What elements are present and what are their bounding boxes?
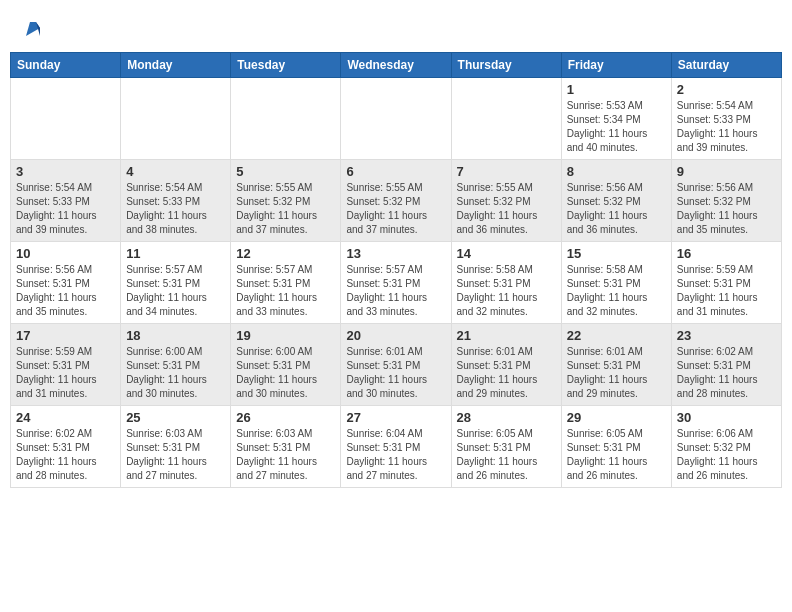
day-number: 9 <box>677 164 776 179</box>
day-info: Sunrise: 5:54 AMSunset: 5:33 PMDaylight:… <box>677 99 776 155</box>
calendar-cell: 26Sunrise: 6:03 AMSunset: 5:31 PMDayligh… <box>231 406 341 488</box>
calendar-cell <box>231 78 341 160</box>
day-number: 27 <box>346 410 445 425</box>
day-info: Sunrise: 5:57 AMSunset: 5:31 PMDaylight:… <box>346 263 445 319</box>
day-number: 5 <box>236 164 335 179</box>
weekday-header-saturday: Saturday <box>671 53 781 78</box>
day-info: Sunrise: 5:57 AMSunset: 5:31 PMDaylight:… <box>126 263 225 319</box>
calendar-cell: 8Sunrise: 5:56 AMSunset: 5:32 PMDaylight… <box>561 160 671 242</box>
day-info: Sunrise: 6:00 AMSunset: 5:31 PMDaylight:… <box>236 345 335 401</box>
day-info: Sunrise: 6:00 AMSunset: 5:31 PMDaylight:… <box>126 345 225 401</box>
day-info: Sunrise: 6:01 AMSunset: 5:31 PMDaylight:… <box>567 345 666 401</box>
calendar-cell: 29Sunrise: 6:05 AMSunset: 5:31 PMDayligh… <box>561 406 671 488</box>
day-number: 7 <box>457 164 556 179</box>
day-number: 22 <box>567 328 666 343</box>
logo-icon <box>22 18 44 40</box>
weekday-header-sunday: Sunday <box>11 53 121 78</box>
calendar-cell: 4Sunrise: 5:54 AMSunset: 5:33 PMDaylight… <box>121 160 231 242</box>
day-info: Sunrise: 6:03 AMSunset: 5:31 PMDaylight:… <box>236 427 335 483</box>
day-number: 18 <box>126 328 225 343</box>
day-info: Sunrise: 6:06 AMSunset: 5:32 PMDaylight:… <box>677 427 776 483</box>
day-info: Sunrise: 6:02 AMSunset: 5:31 PMDaylight:… <box>677 345 776 401</box>
day-info: Sunrise: 6:03 AMSunset: 5:31 PMDaylight:… <box>126 427 225 483</box>
calendar-cell <box>341 78 451 160</box>
day-info: Sunrise: 6:02 AMSunset: 5:31 PMDaylight:… <box>16 427 115 483</box>
day-info: Sunrise: 6:01 AMSunset: 5:31 PMDaylight:… <box>457 345 556 401</box>
calendar-cell: 3Sunrise: 5:54 AMSunset: 5:33 PMDaylight… <box>11 160 121 242</box>
calendar-cell: 21Sunrise: 6:01 AMSunset: 5:31 PMDayligh… <box>451 324 561 406</box>
logo <box>20 18 44 44</box>
calendar-cell: 1Sunrise: 5:53 AMSunset: 5:34 PMDaylight… <box>561 78 671 160</box>
calendar-table: SundayMondayTuesdayWednesdayThursdayFrid… <box>10 52 782 488</box>
day-info: Sunrise: 5:56 AMSunset: 5:32 PMDaylight:… <box>567 181 666 237</box>
calendar-cell <box>11 78 121 160</box>
day-info: Sunrise: 5:58 AMSunset: 5:31 PMDaylight:… <box>567 263 666 319</box>
calendar-cell: 14Sunrise: 5:58 AMSunset: 5:31 PMDayligh… <box>451 242 561 324</box>
calendar-cell: 6Sunrise: 5:55 AMSunset: 5:32 PMDaylight… <box>341 160 451 242</box>
weekday-header-friday: Friday <box>561 53 671 78</box>
day-info: Sunrise: 5:54 AMSunset: 5:33 PMDaylight:… <box>126 181 225 237</box>
day-number: 28 <box>457 410 556 425</box>
day-info: Sunrise: 5:55 AMSunset: 5:32 PMDaylight:… <box>236 181 335 237</box>
day-number: 25 <box>126 410 225 425</box>
day-info: Sunrise: 5:56 AMSunset: 5:31 PMDaylight:… <box>16 263 115 319</box>
calendar-week-row: 1Sunrise: 5:53 AMSunset: 5:34 PMDaylight… <box>11 78 782 160</box>
weekday-header-thursday: Thursday <box>451 53 561 78</box>
day-info: Sunrise: 5:56 AMSunset: 5:32 PMDaylight:… <box>677 181 776 237</box>
day-number: 2 <box>677 82 776 97</box>
weekday-header-wednesday: Wednesday <box>341 53 451 78</box>
day-info: Sunrise: 5:59 AMSunset: 5:31 PMDaylight:… <box>16 345 115 401</box>
day-number: 10 <box>16 246 115 261</box>
calendar-cell: 18Sunrise: 6:00 AMSunset: 5:31 PMDayligh… <box>121 324 231 406</box>
calendar-cell: 20Sunrise: 6:01 AMSunset: 5:31 PMDayligh… <box>341 324 451 406</box>
calendar-week-row: 17Sunrise: 5:59 AMSunset: 5:31 PMDayligh… <box>11 324 782 406</box>
day-number: 11 <box>126 246 225 261</box>
day-number: 12 <box>236 246 335 261</box>
day-info: Sunrise: 5:59 AMSunset: 5:31 PMDaylight:… <box>677 263 776 319</box>
day-info: Sunrise: 5:53 AMSunset: 5:34 PMDaylight:… <box>567 99 666 155</box>
day-info: Sunrise: 5:55 AMSunset: 5:32 PMDaylight:… <box>457 181 556 237</box>
day-number: 14 <box>457 246 556 261</box>
calendar-cell: 10Sunrise: 5:56 AMSunset: 5:31 PMDayligh… <box>11 242 121 324</box>
weekday-header-tuesday: Tuesday <box>231 53 341 78</box>
calendar-week-row: 24Sunrise: 6:02 AMSunset: 5:31 PMDayligh… <box>11 406 782 488</box>
calendar-cell: 5Sunrise: 5:55 AMSunset: 5:32 PMDaylight… <box>231 160 341 242</box>
calendar-cell <box>451 78 561 160</box>
calendar-cell: 13Sunrise: 5:57 AMSunset: 5:31 PMDayligh… <box>341 242 451 324</box>
day-number: 20 <box>346 328 445 343</box>
calendar-cell: 22Sunrise: 6:01 AMSunset: 5:31 PMDayligh… <box>561 324 671 406</box>
weekday-header-monday: Monday <box>121 53 231 78</box>
page-header <box>10 10 782 48</box>
day-number: 21 <box>457 328 556 343</box>
day-number: 26 <box>236 410 335 425</box>
calendar-cell: 23Sunrise: 6:02 AMSunset: 5:31 PMDayligh… <box>671 324 781 406</box>
day-info: Sunrise: 6:05 AMSunset: 5:31 PMDaylight:… <box>567 427 666 483</box>
day-number: 30 <box>677 410 776 425</box>
calendar-cell: 7Sunrise: 5:55 AMSunset: 5:32 PMDaylight… <box>451 160 561 242</box>
calendar-cell: 9Sunrise: 5:56 AMSunset: 5:32 PMDaylight… <box>671 160 781 242</box>
calendar-week-row: 10Sunrise: 5:56 AMSunset: 5:31 PMDayligh… <box>11 242 782 324</box>
day-info: Sunrise: 6:01 AMSunset: 5:31 PMDaylight:… <box>346 345 445 401</box>
calendar-cell: 11Sunrise: 5:57 AMSunset: 5:31 PMDayligh… <box>121 242 231 324</box>
day-number: 1 <box>567 82 666 97</box>
day-number: 3 <box>16 164 115 179</box>
day-number: 4 <box>126 164 225 179</box>
calendar-cell: 2Sunrise: 5:54 AMSunset: 5:33 PMDaylight… <box>671 78 781 160</box>
calendar-cell: 17Sunrise: 5:59 AMSunset: 5:31 PMDayligh… <box>11 324 121 406</box>
day-info: Sunrise: 6:04 AMSunset: 5:31 PMDaylight:… <box>346 427 445 483</box>
calendar-cell: 25Sunrise: 6:03 AMSunset: 5:31 PMDayligh… <box>121 406 231 488</box>
day-number: 6 <box>346 164 445 179</box>
calendar-cell <box>121 78 231 160</box>
calendar-cell: 24Sunrise: 6:02 AMSunset: 5:31 PMDayligh… <box>11 406 121 488</box>
day-number: 8 <box>567 164 666 179</box>
day-info: Sunrise: 5:58 AMSunset: 5:31 PMDaylight:… <box>457 263 556 319</box>
calendar-cell: 12Sunrise: 5:57 AMSunset: 5:31 PMDayligh… <box>231 242 341 324</box>
day-number: 16 <box>677 246 776 261</box>
calendar-cell: 19Sunrise: 6:00 AMSunset: 5:31 PMDayligh… <box>231 324 341 406</box>
day-number: 15 <box>567 246 666 261</box>
day-number: 29 <box>567 410 666 425</box>
day-number: 23 <box>677 328 776 343</box>
day-info: Sunrise: 5:54 AMSunset: 5:33 PMDaylight:… <box>16 181 115 237</box>
day-info: Sunrise: 6:05 AMSunset: 5:31 PMDaylight:… <box>457 427 556 483</box>
day-info: Sunrise: 5:57 AMSunset: 5:31 PMDaylight:… <box>236 263 335 319</box>
